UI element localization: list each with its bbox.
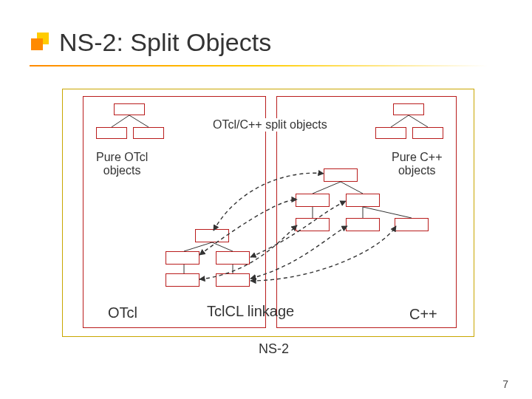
linkage-label: TclCL linkage	[207, 303, 294, 320]
page-number: 7	[502, 378, 508, 390]
otcl-split-l	[166, 251, 200, 265]
diagram: OTcl/C++ split objects Pure OTcl objects…	[62, 89, 476, 362]
cpp-split-l	[296, 194, 330, 207]
otcl-split-ll	[166, 273, 200, 287]
cpp-split-r	[346, 194, 380, 207]
otcl-split-r	[216, 251, 250, 265]
cpp-split-ll	[296, 218, 330, 231]
pure-cpp-child-r	[412, 127, 443, 139]
ns2-label: NS-2	[259, 341, 289, 357]
split-objects-label: OTcl/C++ split objects	[210, 118, 330, 132]
pure-cpp-label: Pure C++ objects	[389, 151, 445, 178]
cpp-split-root	[324, 168, 358, 182]
otcl-split-lr	[216, 273, 250, 287]
slide-title: NS-2: Split Objects	[59, 28, 271, 57]
pure-otcl-label: Pure OTcl objects	[93, 151, 151, 178]
otcl-label: OTcl	[108, 304, 137, 321]
pure-cpp-line2: objects	[398, 164, 436, 177]
pure-otcl-line1: Pure OTcl	[96, 151, 148, 163]
pure-otcl-child-r	[133, 127, 164, 139]
cpp-label: C++	[409, 306, 437, 323]
pure-otcl-root	[114, 103, 145, 115]
pure-cpp-root	[393, 103, 424, 115]
pure-otcl-child-l	[96, 127, 127, 139]
otcl-split-root	[195, 229, 229, 242]
cpp-split-lrr	[395, 218, 429, 231]
title-underline	[30, 65, 488, 66]
pure-otcl-line2: objects	[103, 164, 141, 177]
pure-cpp-line1: Pure C++	[392, 151, 442, 163]
pure-cpp-child-l	[375, 127, 406, 139]
bullet-orange	[31, 38, 43, 50]
cpp-split-lr	[346, 218, 380, 231]
